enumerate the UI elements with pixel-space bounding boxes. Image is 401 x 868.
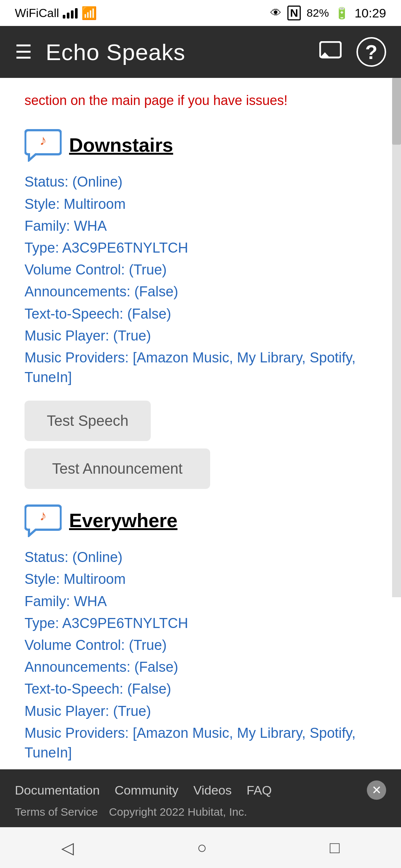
device-status-downstairs: Status: (Online)	[25, 172, 368, 192]
test-announcement-button-downstairs[interactable]: Test Announcement	[25, 448, 210, 489]
device-icon-downstairs: ♪	[25, 128, 62, 162]
footer-link-documentation[interactable]: Documentation	[15, 783, 107, 798]
scrollbar-thumb[interactable]	[392, 78, 401, 145]
device-section-downstairs: ♪ Downstairs Status: (Online) Style: Mul…	[25, 128, 368, 489]
device-music-player-everywhere: Music Player: (True)	[25, 701, 368, 721]
device-style-downstairs: Style: Multiroom	[25, 194, 368, 214]
device-announcements-everywhere: Announcements: (False)	[25, 657, 368, 677]
device-name-everywhere: Everywhere	[69, 509, 177, 532]
footer-bottom: Terms of Service Copyright 2022 Hubitat,…	[15, 806, 386, 818]
action-buttons-downstairs: Test Speech Test Announcement	[25, 401, 368, 489]
svg-text:♪: ♪	[40, 132, 47, 148]
back-button[interactable]: ◁	[61, 838, 74, 857]
nfc-icon: N	[287, 6, 301, 20]
hamburger-menu-icon[interactable]: ☰	[15, 42, 32, 62]
copyright-text: Copyright 2022 Hubitat, Inc.	[109, 806, 247, 818]
signal-bar-2	[67, 13, 69, 19]
signal-bar-4	[75, 8, 78, 19]
footer: Documentation Community Videos FAQ ✕ Ter…	[0, 769, 401, 827]
alert-text: section on the main page if you have iss…	[25, 78, 368, 117]
device-music-providers-downstairs: Music Providers: [Amazon Music, My Libra…	[25, 348, 368, 387]
device-name-downstairs: Downstairs	[69, 134, 173, 156]
device-icon-everywhere: ♪	[25, 504, 62, 537]
device-type-downstairs: Type: A3C9PE6TNYLTCH	[25, 238, 368, 258]
clock: 10:29	[355, 6, 386, 20]
device-info-downstairs: Status: (Online) Style: Multiroom Family…	[25, 172, 368, 387]
device-status-everywhere: Status: (Online)	[25, 548, 368, 567]
message-icon[interactable]	[316, 37, 345, 67]
app-header: ☰ Echo Speaks ?	[0, 26, 401, 78]
scrollbar-track[interactable]	[392, 78, 401, 597]
svg-text:♪: ♪	[40, 508, 47, 523]
footer-link-videos[interactable]: Videos	[186, 783, 239, 798]
device-volume-downstairs: Volume Control: (True)	[25, 260, 368, 280]
device-tts-downstairs: Text-to-Speech: (False)	[25, 304, 368, 324]
terms-of-service-link[interactable]: Terms of Service	[15, 806, 98, 818]
home-button[interactable]: ○	[197, 838, 207, 857]
eye-icon: 👁	[270, 7, 281, 19]
device-info-everywhere: Status: (Online) Style: Multiroom Family…	[25, 548, 368, 763]
header-right: ?	[316, 37, 386, 67]
device-music-providers-everywhere: Music Providers: [Amazon Music, My Libra…	[25, 723, 368, 763]
battery-percentage: 82%	[307, 7, 329, 19]
signal-bar-1	[63, 15, 65, 19]
battery-icon: 🔋	[335, 7, 349, 20]
test-speech-button-downstairs[interactable]: Test Speech	[25, 401, 151, 441]
device-announcements-downstairs: Announcements: (False)	[25, 282, 368, 302]
device-header-everywhere: ♪ Everywhere	[25, 504, 368, 537]
nav-bar: ◁ ○ □	[0, 827, 401, 868]
device-header-downstairs: ♪ Downstairs	[25, 128, 368, 162]
footer-links: Documentation Community Videos FAQ ✕	[15, 780, 386, 800]
footer-link-community[interactable]: Community	[107, 783, 186, 798]
header-left: ☰ Echo Speaks	[15, 39, 185, 65]
device-style-everywhere: Style: Multiroom	[25, 569, 368, 589]
status-left: WiFiCall 📶	[15, 6, 97, 20]
footer-link-faq[interactable]: FAQ	[239, 783, 279, 798]
status-bar: WiFiCall 📶 👁 N 82% 🔋 10:29	[0, 0, 401, 26]
device-volume-everywhere: Volume Control: (True)	[25, 635, 368, 655]
device-family-everywhere: Family: WHA	[25, 592, 368, 611]
signal-bars	[63, 7, 78, 19]
device-type-everywhere: Type: A3C9PE6TNYLTCH	[25, 614, 368, 633]
help-icon[interactable]: ?	[356, 37, 386, 67]
device-music-player-downstairs: Music Player: (True)	[25, 326, 368, 346]
signal-bar-3	[71, 10, 74, 19]
app-title: Echo Speaks	[46, 39, 185, 65]
footer-close-button[interactable]: ✕	[367, 780, 386, 800]
wifi-icon: 📶	[81, 6, 97, 20]
device-tts-everywhere: Text-to-Speech: (False)	[25, 679, 368, 699]
device-section-everywhere: ♪ Everywhere Status: (Online) Style: Mul…	[25, 504, 368, 763]
status-right: 👁 N 82% 🔋 10:29	[270, 6, 386, 20]
carrier-label: WiFiCall	[15, 6, 59, 20]
recent-apps-button[interactable]: □	[330, 838, 340, 857]
device-family-downstairs: Family: WHA	[25, 216, 368, 236]
main-content: section on the main page if you have iss…	[0, 78, 401, 763]
